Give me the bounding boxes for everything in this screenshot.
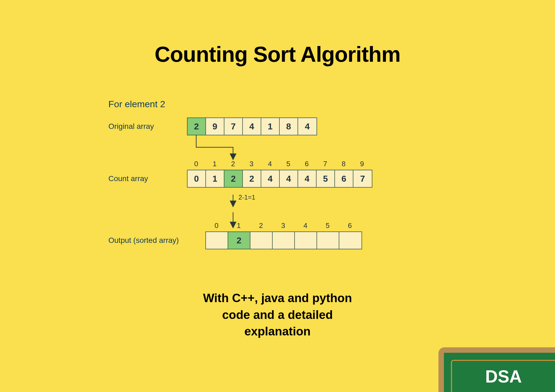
index: 5 bbox=[279, 160, 298, 168]
count-array-cells: 0 1 2 2 4 4 4 5 6 7 bbox=[187, 170, 372, 188]
step-label: For element 2 bbox=[108, 99, 406, 109]
arrays-container: Original array 2 9 7 4 1 8 4 0 1 2 3 4 5… bbox=[108, 117, 406, 249]
output-array-indices: 0 1 2 3 4 5 6 bbox=[205, 221, 406, 230]
output-array-cells: 2 bbox=[205, 231, 362, 249]
subtitle-line: code and a detailed bbox=[0, 306, 555, 323]
cell bbox=[295, 232, 317, 249]
subtitle-line: explanation bbox=[0, 323, 555, 340]
cell: 1 bbox=[206, 170, 224, 187]
page-title: Counting Sort Algorithm bbox=[0, 42, 555, 67]
cell: 7 bbox=[353, 170, 372, 187]
badge-frame: DSA bbox=[438, 347, 555, 392]
cell: 4 bbox=[280, 170, 298, 187]
original-array-row: Original array 2 9 7 4 1 8 4 bbox=[108, 117, 406, 135]
index: 7 bbox=[316, 160, 334, 168]
subtitle-line: With C++, java and python bbox=[0, 290, 555, 306]
cell: 4 bbox=[298, 170, 317, 187]
badge-inner: DSA bbox=[451, 360, 555, 392]
index: 4 bbox=[261, 160, 279, 168]
dsa-badge: DSA bbox=[438, 347, 555, 392]
index: 2 bbox=[250, 221, 272, 230]
cell: 0 bbox=[188, 170, 206, 187]
cell bbox=[339, 232, 362, 249]
cell: 5 bbox=[317, 170, 335, 187]
cell: 6 bbox=[335, 170, 353, 187]
cell: 2 bbox=[243, 170, 261, 187]
index: 4 bbox=[294, 221, 317, 230]
index: 6 bbox=[298, 160, 316, 168]
cell: 9 bbox=[206, 118, 224, 135]
index: 3 bbox=[272, 221, 294, 230]
index: 3 bbox=[242, 160, 261, 168]
badge-text: DSA bbox=[485, 367, 522, 387]
cell bbox=[273, 232, 295, 249]
cell: 2 bbox=[188, 118, 206, 135]
cell: 4 bbox=[243, 118, 261, 135]
original-array-cells: 2 9 7 4 1 8 4 bbox=[187, 117, 317, 135]
index: 8 bbox=[334, 160, 353, 168]
index: 0 bbox=[187, 160, 205, 168]
index: 2 bbox=[224, 160, 242, 168]
cell: 1 bbox=[261, 118, 280, 135]
cell: 2 bbox=[224, 170, 243, 187]
cell: 7 bbox=[224, 118, 243, 135]
output-array-label: Output (sorted array) bbox=[108, 236, 205, 245]
index: 0 bbox=[205, 221, 228, 230]
cell bbox=[206, 232, 228, 249]
subtitle: With C++, java and python code and a det… bbox=[0, 290, 555, 340]
index: 9 bbox=[353, 160, 371, 168]
index: 1 bbox=[205, 160, 224, 168]
cell bbox=[317, 232, 339, 249]
cell: 4 bbox=[298, 118, 317, 135]
cell: 2 bbox=[228, 232, 250, 249]
cell: 8 bbox=[280, 118, 298, 135]
index: 1 bbox=[228, 221, 250, 230]
original-array-label: Original array bbox=[108, 122, 187, 131]
count-array-indices: 0 1 2 3 4 5 6 7 8 9 bbox=[187, 160, 406, 168]
cell: 4 bbox=[261, 170, 280, 187]
count-array-label: Count array bbox=[108, 174, 187, 183]
index: 5 bbox=[317, 221, 339, 230]
cell bbox=[250, 232, 273, 249]
calculation-annotation: 2-1=1 bbox=[238, 194, 255, 201]
algorithm-diagram: For element 2 Original array 2 9 7 4 1 8… bbox=[108, 99, 406, 249]
index: 6 bbox=[339, 221, 361, 230]
output-array-row: Output (sorted array) 2 bbox=[108, 231, 406, 249]
count-array-row: Count array 0 1 2 2 4 4 4 5 6 7 bbox=[108, 170, 406, 188]
